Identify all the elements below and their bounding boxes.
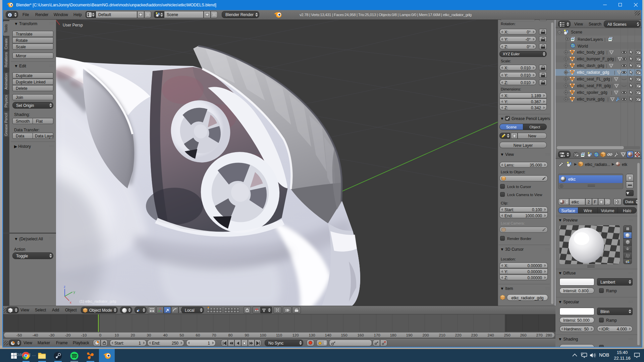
svg-text:z: z (64, 285, 65, 289)
svg-text:y: y (73, 290, 75, 294)
svg-text:(1) etkc_radiator_gdg: (1) etkc_radiator_gdg (79, 299, 116, 303)
svg-text:i: i (9, 13, 10, 17)
svg-text:User Persp: User Persp (63, 23, 83, 27)
svg-text:x: x (70, 301, 71, 304)
